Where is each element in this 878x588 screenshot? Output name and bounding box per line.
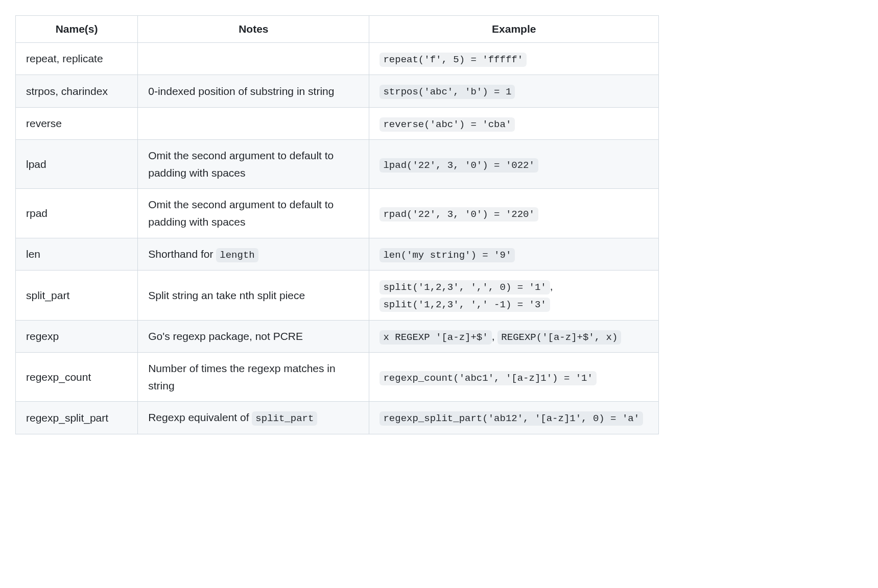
example-separator: , [550,280,553,292]
cell-name: split_part [16,270,138,320]
cell-name: regexp_count [16,353,138,402]
cell-example: lpad('22', 3, '0') = '022' [369,140,659,189]
example-code: strpos('abc', 'b') = 1 [379,85,515,99]
table-row: repeat, replicaterepeat('f', 5) = 'fffff… [16,43,659,75]
cell-notes: Split string an take nth split piece [138,270,369,320]
example-code: len('my string') = '9' [379,248,515,262]
functions-table: Name(s) Notes Example repeat, replicater… [15,15,659,434]
table-row: reversereverse('abc') = 'cba' [16,107,659,139]
example-code: repeat('f', 5) = 'fffff' [379,53,527,67]
cell-notes: Shorthand for length [138,238,369,270]
cell-example: len('my string') = '9' [369,238,659,270]
cell-notes: Omit the second argument to default to p… [138,140,369,189]
example-code: split('1,2,3', ',' -1) = '3' [379,298,550,312]
cell-notes: Regexp equivalent of split_part [138,402,369,434]
cell-example: regexp_count('abc1', '[a-z]1') = '1' [369,353,659,402]
cell-example: x REGEXP '[a-z]+$', REGEXP('[a-z]+$', x) [369,320,659,352]
cell-name: repeat, replicate [16,43,138,75]
cell-notes [138,107,369,139]
cell-name: strpos, charindex [16,75,138,107]
example-code: split('1,2,3', ',', 0) = '1' [379,280,550,295]
table-row: lenShorthand for lengthlen('my string') … [16,238,659,270]
example-code: REGEXP('[a-z]+$', x) [497,330,621,345]
cell-example: strpos('abc', 'b') = 1 [369,75,659,107]
cell-notes: Omit the second argument to default to p… [138,189,369,238]
cell-notes [138,43,369,75]
table-row: strpos, charindex0-indexed position of s… [16,75,659,107]
cell-name: len [16,238,138,270]
cell-example: reverse('abc') = 'cba' [369,107,659,139]
table-row: rpadOmit the second argument to default … [16,189,659,238]
cell-notes: 0-indexed position of substring in strin… [138,75,369,107]
example-code: rpad('22', 3, '0') = '220' [379,207,538,222]
example-code: reverse('abc') = 'cba' [379,117,515,132]
table-body: repeat, replicaterepeat('f', 5) = 'fffff… [16,43,659,434]
header-notes: Notes [138,16,369,43]
notes-text: Shorthand for [148,248,216,260]
cell-name: regexp [16,320,138,352]
cell-example: split('1,2,3', ',', 0) = '1', split('1,2… [369,270,659,320]
cell-example: repeat('f', 5) = 'fffff' [369,43,659,75]
cell-example: rpad('22', 3, '0') = '220' [369,189,659,238]
header-row: Name(s) Notes Example [16,16,659,43]
notes-text: Regexp equivalent of [148,411,252,423]
table-row: regexp_split_partRegexp equivalent of sp… [16,402,659,434]
example-code: x REGEXP '[a-z]+$' [379,330,491,345]
example-code: lpad('22', 3, '0') = '022' [379,158,538,173]
cell-notes: Go's regexp package, not PCRE [138,320,369,352]
cell-notes: Number of times the regexp matches in st… [138,353,369,402]
example-code: regexp_split_part('ab12', '[a-z]1', 0) =… [379,411,643,426]
cell-name: rpad [16,189,138,238]
table-row: regexpGo's regexp package, not PCREx REG… [16,320,659,352]
notes-code: split_part [252,411,317,426]
header-example: Example [369,16,659,43]
cell-example: regexp_split_part('ab12', '[a-z]1', 0) =… [369,402,659,434]
example-code: regexp_count('abc1', '[a-z]1') = '1' [379,371,596,385]
table-row: regexp_countNumber of times the regexp m… [16,353,659,402]
table-row: split_partSplit string an take nth split… [16,270,659,320]
notes-code: length [216,248,258,262]
cell-name: regexp_split_part [16,402,138,434]
example-separator: , [492,330,498,342]
table-row: lpadOmit the second argument to default … [16,140,659,189]
header-name: Name(s) [16,16,138,43]
cell-name: lpad [16,140,138,189]
cell-name: reverse [16,107,138,139]
